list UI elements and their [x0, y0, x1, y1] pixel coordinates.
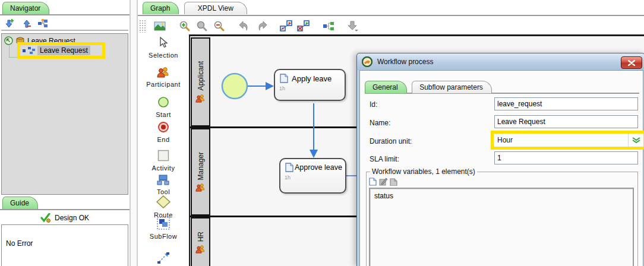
activity-apply-leave-duration: 1h [279, 86, 285, 91]
palette-end-label: End [157, 136, 169, 143]
picture-icon [154, 21, 166, 31]
activity-approve-leave[interactable]: Approve leave 1h [279, 158, 346, 194]
workflow-designer-app: Navigator [0, 0, 644, 266]
redo-button[interactable] [254, 19, 269, 33]
variables-toolbar [369, 177, 635, 188]
palette-end[interactable]: End [138, 121, 189, 143]
arrow-down-plus-icon [5, 18, 15, 28]
process-state-icon [4, 36, 13, 45]
editor-tabstrip: Graph XPDL View [138, 1, 644, 16]
palette-selection-label: Selection [149, 52, 178, 59]
arrow-up-minus-icon [21, 18, 31, 28]
graph-toolbar [139, 17, 644, 34]
activity-apply-leave-label: Apply leave [292, 74, 332, 83]
palette-start-label: Start [156, 111, 171, 118]
document-icon [280, 74, 288, 83]
palette-activity[interactable]: Activity [138, 150, 189, 172]
delete-variable-icon[interactable] [390, 178, 397, 186]
start-event-icon [157, 96, 169, 108]
dialog-titlebar[interactable]: Workflow process [357, 53, 644, 70]
export-image-button[interactable] [153, 19, 167, 33]
tab-xpdl-view[interactable]: XPDL View [184, 2, 247, 14]
palette-participant[interactable]: Participant [138, 67, 189, 88]
undo-button[interactable] [237, 19, 251, 33]
palette-route[interactable]: Route [138, 195, 189, 218]
palette-start[interactable]: Start [138, 96, 189, 118]
toolbar-grip-handle[interactable] [139, 20, 146, 33]
tool-icon [157, 175, 170, 185]
activity-approve-leave-label: Approve leave [295, 163, 342, 172]
undo-arrow-icon [239, 21, 250, 31]
id-field-input[interactable] [494, 97, 638, 110]
sla-limit-field-input[interactable] [494, 151, 638, 164]
palette-tool-label: Tool [157, 188, 170, 195]
duration-unit-select[interactable]: Hour [494, 136, 628, 144]
zoom-default-button[interactable] [195, 19, 209, 33]
zoom-out-icon [213, 20, 225, 32]
tab-graph[interactable]: Graph [143, 2, 179, 14]
guide-tabstrip: Guide [0, 196, 130, 210]
tab-guide[interactable]: Guide [2, 197, 38, 209]
workflow-process-dialog: Workflow process General Subflow paramet… [356, 53, 644, 266]
subflow-icon [157, 217, 170, 230]
zoom-out-button[interactable] [212, 19, 226, 33]
redo-arrow-icon [256, 21, 267, 31]
show-connections-button[interactable] [279, 19, 293, 33]
layout-tree-icon [323, 21, 334, 31]
name-field-label: Name: [370, 119, 390, 127]
tree-layout-button[interactable] [37, 17, 49, 29]
route-gateway-icon [156, 195, 171, 208]
tab-subflow-parameters[interactable]: Subflow parameters [412, 81, 492, 93]
insert-arrow-button[interactable] [346, 19, 361, 33]
palette-transition[interactable] [138, 251, 189, 264]
check-ok-icon [40, 213, 51, 223]
tab-xpdl-view-label: XPDL View [198, 4, 233, 12]
tree-child-label-selected[interactable]: Leave Request [37, 46, 90, 55]
guide-message-box: No Error [1, 224, 128, 266]
remove-element-button[interactable] [20, 17, 32, 29]
start-event-node[interactable] [222, 74, 247, 99]
palette-tool[interactable]: Tool [138, 175, 189, 195]
dialog-close-button[interactable] [621, 56, 642, 69]
duration-unit-field-label: Duration unit: [370, 137, 412, 145]
end-event-icon [157, 121, 169, 133]
highlight-box-duration-unit: Hour [491, 131, 644, 150]
connection-points-delete-icon [297, 20, 310, 32]
document-icon [285, 163, 293, 172]
connection-points-icon [280, 20, 293, 32]
panel-splitter[interactable] [130, 0, 138, 266]
tree-bullet-icon [23, 49, 26, 52]
palette-activity-label: Activity [152, 164, 175, 172]
palette-participant-label: Participant [146, 81, 180, 88]
variables-listbox[interactable]: status [369, 188, 634, 266]
tab-navigator[interactable]: Navigator [2, 2, 49, 14]
workflow-variables-title: Workflow variables, 1 element(s) [370, 167, 477, 176]
transition-arrow-icon [157, 251, 170, 264]
variable-list-item[interactable]: status [374, 192, 393, 200]
new-variable-icon[interactable] [369, 178, 377, 186]
combo-dropdown-button[interactable] [628, 134, 643, 147]
close-x-icon [628, 60, 635, 66]
palette-subflow-label: SubFlow [150, 233, 177, 240]
palette-selection[interactable]: Selection [138, 37, 189, 59]
edit-variable-icon[interactable] [379, 178, 387, 186]
dialog-tabstrip: General Subflow parameters [365, 80, 639, 94]
dialog-body: General Subflow parameters Id: Name: Dur… [359, 70, 643, 266]
hide-connections-button[interactable] [296, 19, 311, 33]
arrowhead-icon [310, 150, 318, 158]
dialog-title-text: Workflow process [377, 58, 433, 66]
design-status: Design OK [0, 213, 130, 223]
auto-layout-button[interactable] [321, 19, 336, 33]
id-field-label: Id: [370, 100, 377, 109]
tab-general[interactable]: General [365, 81, 407, 93]
hierarchy-icon [37, 19, 48, 28]
add-element-button[interactable] [4, 17, 15, 29]
name-field-input[interactable] [494, 115, 638, 128]
palette-subflow[interactable]: SubFlow [138, 217, 189, 240]
chevron-down-icon [632, 137, 640, 144]
tab-guide-label: Guide [10, 199, 29, 207]
activity-apply-leave[interactable]: Apply leave 1h [274, 69, 346, 101]
navigator-toolbar [1, 17, 128, 31]
workflow-variables-group: Workflow variables, 1 element(s) [366, 167, 638, 266]
zoom-in-button[interactable] [178, 19, 192, 33]
